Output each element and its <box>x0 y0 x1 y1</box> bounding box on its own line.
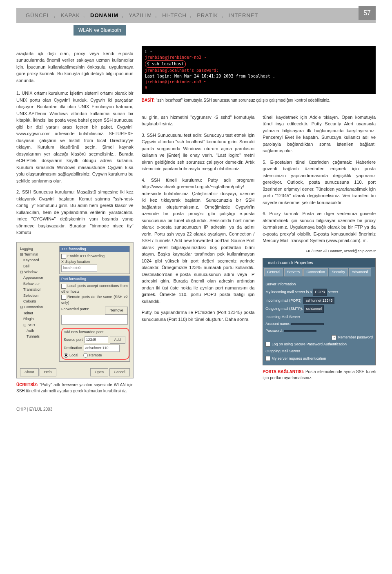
tab-general[interactable]: General <box>264 268 283 276</box>
x-display-input[interactable]: localhost:0 <box>61 265 97 272</box>
putty-dialog: Logging ⊟ Terminal Keyboard Bell ⊟ Windo… <box>16 242 134 378</box>
remember-checkbox[interactable] <box>332 335 336 340</box>
server-type: POP3 <box>313 289 327 296</box>
putty-caption: ÜCRETSİZ: "Putty" adlı freeware yazılım … <box>16 382 134 394</box>
paragraph: 6. Proxy kurmak: Posta ve diğer verileri… <box>263 210 376 244</box>
mail-properties-dialog: t mail.ch.com.tr Properties General Serv… <box>263 258 376 365</box>
paragraph: Putty, bu yapılandırma ile PC'nizden (Po… <box>142 309 255 323</box>
mail-caption: POSTA BAĞLANTISI: Posta istemcilerinde a… <box>263 369 376 381</box>
about-button[interactable]: About <box>20 368 39 376</box>
local-ports-checkbox[interactable] <box>61 284 66 289</box>
paragraph: 3. SSH Sunucusunu test edin: Sunucuyu te… <box>142 132 255 172</box>
local-radio[interactable] <box>64 353 68 358</box>
source-port-input[interactable]: 12345 <box>85 336 108 344</box>
server-auth-checkbox[interactable] <box>265 356 270 361</box>
outgoing-input[interactable]: sshtunnel <box>304 305 324 313</box>
nav-item: YAZILIM <box>129 12 152 18</box>
nav-item-active: DONANIM <box>90 12 118 18</box>
tab-connection[interactable]: Connection <box>303 268 328 276</box>
author-byline: FK / Ozan Ali Dönmez, ozand@chip.com.tr <box>263 249 376 254</box>
destination-input[interactable]: aelschner:110 <box>84 345 120 352</box>
open-button[interactable]: Open <box>90 368 108 376</box>
tab-advanced[interactable]: Advanced <box>349 268 371 276</box>
terminal-caption: BASİT: "ssh locafhost" komutuyla SSH sun… <box>142 97 376 103</box>
paragraph: 2. SSH Sunucusu kurulumu: Masaüstü simge… <box>16 189 134 236</box>
column-2: C ~ jrehbind@jrehbinder-nb3 ~ $ ssh loca… <box>142 46 376 394</box>
paragraph: tüneli kaydetmek için Add'e tıklayın. Op… <box>263 114 376 154</box>
forwarded-ports-list[interactable] <box>61 315 128 325</box>
tab-servers[interactable]: Servers <box>284 268 303 276</box>
secure-auth-checkbox[interactable] <box>265 342 270 347</box>
remote-ports-checkbox[interactable] <box>61 295 66 300</box>
nav-item: PRATİK <box>197 12 218 18</box>
password-input[interactable] <box>284 330 316 332</box>
account-input[interactable] <box>291 323 324 325</box>
cancel-button[interactable]: Cancel <box>109 368 130 376</box>
sub-header: WLAN ve Bluetooth <box>74 25 126 36</box>
paragraph: 4. SSH tüneli kurulumu: Putty adlı progr… <box>142 177 255 305</box>
paragraph: 1. UNIX ortamı kurulumu: İşletim sistemi… <box>16 90 134 184</box>
remote-radio[interactable] <box>83 353 88 358</box>
paragraph: 5. E-postaları tünel üzerinden çağırmak:… <box>263 159 376 206</box>
nav-item: INTERNET <box>228 12 258 18</box>
tab-security[interactable]: Security <box>329 268 348 276</box>
group-title: Port forwarding <box>60 276 129 283</box>
page-number: 57 <box>359 6 376 20</box>
putty-category-tree[interactable]: Logging ⊟ Terminal Keyboard Bell ⊟ Windo… <box>19 245 58 365</box>
incoming-input[interactable]: sshtunnel 12345 <box>303 297 334 305</box>
top-nav: GÜNCEL, KAPAK, DONANIM, YAZILIM, HI-TECH… <box>16 8 376 23</box>
x11-checkbox[interactable] <box>61 254 66 259</box>
paragraph: nu girin, ssh hizmetini "cygrunsrv -S ss… <box>142 114 255 127</box>
intro-paragraph: araçlarla içli dışlı olan, proxy veya ke… <box>16 50 134 84</box>
group-title: X11 forwarding <box>60 246 129 253</box>
help-button[interactable]: Help <box>40 368 56 376</box>
dialog-title: t mail.ch.com.tr Properties <box>263 258 375 267</box>
column-1: araçlarla içli dışlı olan, proxy veya ke… <box>16 46 134 394</box>
terminal-screenshot: C ~ jrehbind@jrehbinder-nb3 ~ $ ssh loca… <box>142 46 376 94</box>
page-footer: CHIP | EYLÜL 2003 <box>16 406 376 412</box>
add-button[interactable]: Add <box>110 336 125 344</box>
nav-item: GÜNCEL <box>26 12 50 18</box>
remove-button[interactable]: Remove <box>105 307 128 315</box>
nav-item: HI-TECH <box>162 12 187 18</box>
nav-item: KAPAK <box>60 12 80 18</box>
